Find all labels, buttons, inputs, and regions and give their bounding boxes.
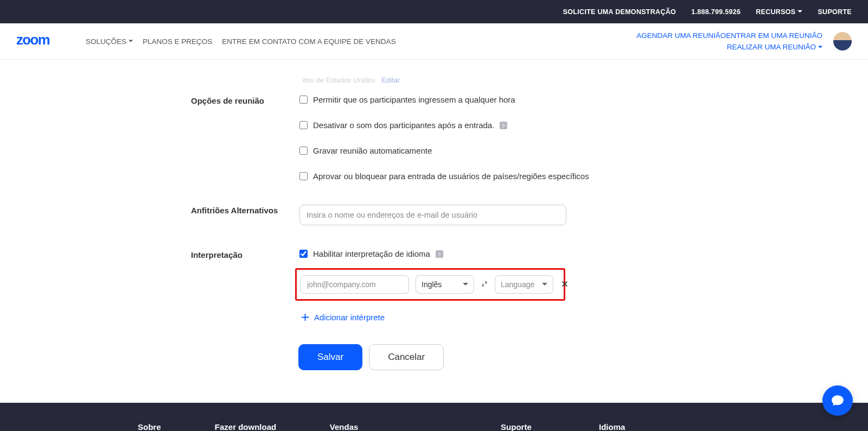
chevron-down-icon <box>797 9 802 14</box>
interpreter-row-highlight: Inglês Language <box>295 268 565 301</box>
topbar-resources[interactable]: RECURSOS <box>756 8 802 16</box>
nav-contact-sales[interactable]: ENTRE EM CONTATO COM A EQUIPE DE VENDAS <box>222 37 395 46</box>
enable-interpretation-checkbox[interactable] <box>299 250 308 258</box>
main-nav: SOLUÇÕES PLANOS E PREÇOS ENTRE EM CONTAT… <box>86 37 406 46</box>
chat-icon <box>831 394 845 408</box>
plus-icon <box>302 314 309 321</box>
nav-plans[interactable]: PLANOS E PREÇOS <box>143 37 212 46</box>
opt-mute-on-entry-checkbox[interactable] <box>299 121 308 129</box>
chevron-down-icon <box>129 39 133 43</box>
nav-host-meeting[interactable]: REALIZAR UMA REUNIÃO <box>727 43 822 51</box>
remove-interpreter-button[interactable] <box>560 279 570 290</box>
opt-join-anytime[interactable]: Permitir que os participantes ingressem … <box>299 95 868 104</box>
opt-join-anytime-checkbox[interactable] <box>299 96 308 104</box>
nav-join-meeting[interactable]: ENTRAR EM UMA REUNIÃO <box>726 31 822 40</box>
save-button[interactable]: Salvar <box>298 344 362 370</box>
topbar-phone[interactable]: 1.888.799.5926 <box>691 8 741 16</box>
opt-auto-record-checkbox[interactable] <box>299 147 308 155</box>
ghost-dial-in: dos de Estados Unidos Editar <box>303 76 868 84</box>
info-icon: ? <box>436 250 443 258</box>
nav-right: AGENDAR UMA REUNIÃOENTRAR EM UMA REUNIÃO… <box>636 31 852 51</box>
interpretation-label: Interpretação <box>191 249 299 259</box>
nav-solutions[interactable]: SOLUÇÕES <box>86 37 133 46</box>
swap-icon <box>481 280 488 289</box>
svg-text:zoom: zoom <box>16 32 50 47</box>
topbar-resources-label: RECURSOS <box>756 8 795 16</box>
chevron-down-icon <box>818 45 822 49</box>
alt-hosts-label: Anfitriões Alternativos <box>191 205 299 215</box>
enable-interpretation[interactable]: Habilitar interpretação de idioma ? <box>299 249 868 258</box>
zoom-logo[interactable]: zoom <box>16 31 74 51</box>
footer-download: Fazer download Cliente Reuniões Cliente … <box>215 422 297 431</box>
footer-about: Sobre Blog do Zoom Clientes Nossa Equipe… <box>138 422 182 431</box>
svg-text:?: ? <box>502 122 505 128</box>
avatar[interactable] <box>833 32 852 50</box>
footer-support: Suporte Teste o Zoom Conta Central de Su… <box>501 422 566 431</box>
opt-mute-on-entry[interactable]: Desativar o som dos participantes após a… <box>299 121 868 130</box>
cancel-button[interactable]: Cancelar <box>369 344 444 370</box>
navbar: zoom SOLUÇÕES PLANOS E PREÇOS ENTRE EM C… <box>0 23 868 60</box>
svg-text:?: ? <box>438 251 441 257</box>
chevron-down-icon <box>463 282 468 287</box>
ghost-edit-link[interactable]: Editar <box>381 76 400 84</box>
opt-approve-block-regions-checkbox[interactable] <box>299 172 308 180</box>
nav-schedule-meeting[interactable]: AGENDAR UMA REUNIÃO <box>636 31 726 40</box>
close-icon <box>561 280 569 288</box>
footer-language: Idioma Português W <box>599 422 730 431</box>
page-content: dos de Estados Unidos Editar Opções de r… <box>0 60 868 403</box>
topbar: SOLICITE UMA DEMONSTRAÇÃO 1.888.799.5926… <box>0 0 868 23</box>
opt-approve-block-regions[interactable]: Aprovar ou bloquear para entrada de usuá… <box>299 172 868 181</box>
topbar-demo-link[interactable]: SOLICITE UMA DEMONSTRAÇÃO <box>563 8 676 16</box>
meeting-options-label: Opções de reunião <box>191 95 299 105</box>
footer: Sobre Blog do Zoom Clientes Nossa Equipe… <box>0 403 868 431</box>
meeting-form: Opções de reunião Permitir que os partic… <box>191 95 868 370</box>
interpreter-email-input[interactable] <box>300 275 409 294</box>
interpreter-lang-from[interactable]: Inglês <box>416 275 474 294</box>
chat-fab[interactable] <box>822 385 853 416</box>
interpreter-lang-to[interactable]: Language <box>495 275 553 294</box>
topbar-support[interactable]: SUPORTE <box>818 8 852 16</box>
chevron-down-icon <box>542 282 547 287</box>
opt-auto-record[interactable]: Gravar reunião automaticamente <box>299 146 868 155</box>
footer-sales: Vendas 1.888.799.5926 Entrar em Contato … <box>330 422 468 431</box>
add-interpreter-button[interactable]: Adicionar intérprete <box>302 313 385 322</box>
alt-hosts-input[interactable] <box>299 205 566 225</box>
info-icon: ? <box>500 122 507 129</box>
